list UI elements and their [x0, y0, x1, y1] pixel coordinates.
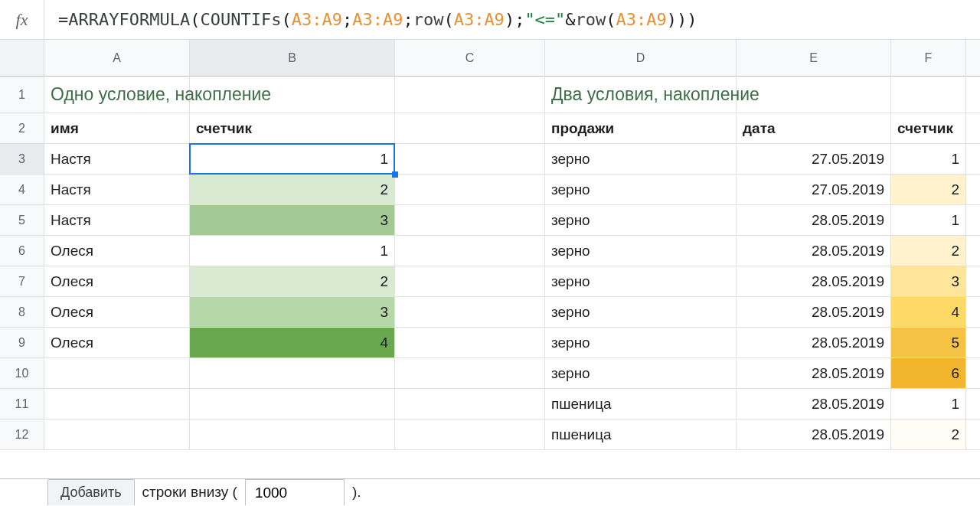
select-all-corner[interactable] — [0, 40, 44, 77]
counter-cell[interactable]: 3 — [190, 297, 395, 328]
sales-cell[interactable]: зерно — [545, 175, 737, 205]
date-cell[interactable]: 28.05.2019 — [737, 358, 891, 389]
date-cell[interactable]: 28.05.2019 — [737, 297, 891, 328]
cell[interactable] — [395, 328, 545, 358]
sales-cell[interactable]: зерно — [545, 236, 737, 266]
date-cell[interactable]: 28.05.2019 — [737, 389, 891, 419]
name-cell[interactable]: Настя — [44, 175, 190, 205]
date-cell[interactable]: 28.05.2019 — [737, 328, 891, 358]
cell[interactable] — [395, 77, 545, 113]
cell[interactable] — [966, 113, 980, 144]
header-sales[interactable]: продажи — [545, 113, 737, 144]
name-cell[interactable]: Олеся — [44, 297, 190, 328]
row-header-6[interactable]: 6 — [0, 236, 44, 266]
cell[interactable] — [966, 389, 980, 419]
cell[interactable] — [966, 236, 980, 266]
cell[interactable] — [966, 175, 980, 205]
counter-cell[interactable] — [190, 389, 395, 419]
counter2-cell[interactable]: 5 — [891, 328, 966, 358]
header-name[interactable]: имя — [44, 113, 190, 144]
counter-cell[interactable]: 3 — [190, 205, 395, 236]
row-header-11[interactable]: 11 — [0, 389, 44, 419]
name-cell[interactable]: Настя — [44, 205, 190, 236]
row-header-9[interactable]: 9 — [0, 328, 44, 358]
counter-cell[interactable] — [190, 419, 395, 450]
row-header-12[interactable]: 12 — [0, 419, 44, 450]
date-cell[interactable]: 28.05.2019 — [737, 266, 891, 297]
column-header-E[interactable]: E — [737, 40, 891, 77]
title-right[interactable]: Два условия, накопление — [545, 77, 737, 113]
column-header-C[interactable]: C — [395, 40, 545, 77]
row-header-1[interactable]: 1 — [0, 77, 44, 113]
sales-cell[interactable]: пшеница — [545, 389, 737, 419]
header-date[interactable]: дата — [737, 113, 891, 144]
counter2-cell[interactable]: 4 — [891, 297, 966, 328]
counter2-cell[interactable]: 2 — [891, 175, 966, 205]
cell[interactable] — [966, 205, 980, 236]
counter2-cell[interactable]: 6 — [891, 358, 966, 389]
counter-cell[interactable] — [190, 358, 395, 389]
cell[interactable] — [966, 419, 980, 450]
rows-count-input[interactable] — [245, 479, 345, 505]
counter2-cell[interactable]: 1 — [891, 205, 966, 236]
counter-cell[interactable]: 2 — [190, 175, 395, 205]
cell[interactable] — [737, 77, 891, 113]
row-header-3[interactable]: 3 — [0, 144, 44, 175]
column-header-F[interactable]: F — [891, 40, 966, 77]
column-header-extra[interactable] — [966, 40, 980, 77]
cell[interactable] — [395, 358, 545, 389]
cell[interactable] — [395, 175, 545, 205]
column-header-D[interactable]: D — [545, 40, 737, 77]
counter-cell[interactable]: 4 — [190, 328, 395, 358]
row-header-2[interactable]: 2 — [0, 113, 44, 144]
cell[interactable] — [966, 297, 980, 328]
header-counter2[interactable]: счетчик — [891, 113, 966, 144]
title-left[interactable]: Одно условие, накопление — [44, 77, 190, 113]
name-cell[interactable] — [44, 419, 190, 450]
cell[interactable] — [395, 419, 545, 450]
sales-cell[interactable]: зерно — [545, 205, 737, 236]
name-cell[interactable]: Олеся — [44, 236, 190, 266]
counter2-cell[interactable]: 3 — [891, 266, 966, 297]
counter-cell[interactable]: 2 — [190, 266, 395, 297]
cell[interactable] — [966, 77, 980, 113]
formula-input[interactable]: =ARRAYFORMULA(COUNTIFs(A3:A9;A3:A9;row(A… — [44, 10, 980, 29]
sales-cell[interactable]: зерно — [545, 144, 737, 175]
sales-cell[interactable]: пшеница — [545, 419, 737, 450]
cell[interactable] — [966, 266, 980, 297]
cell[interactable] — [891, 77, 966, 113]
counter-cell[interactable]: 1 — [190, 236, 395, 266]
sales-cell[interactable]: зерно — [545, 266, 737, 297]
date-cell[interactable]: 27.05.2019 — [737, 175, 891, 205]
counter2-cell[interactable]: 2 — [891, 236, 966, 266]
name-cell[interactable]: Настя — [44, 144, 190, 175]
cell[interactable] — [395, 389, 545, 419]
counter2-cell[interactable]: 1 — [891, 389, 966, 419]
row-header-7[interactable]: 7 — [0, 266, 44, 297]
name-cell[interactable]: Олеся — [44, 328, 190, 358]
cell[interactable] — [966, 144, 980, 175]
fill-handle[interactable] — [392, 171, 398, 178]
cell[interactable] — [395, 144, 545, 175]
date-cell[interactable]: 28.05.2019 — [737, 236, 891, 266]
cell[interactable] — [966, 328, 980, 358]
header-counter[interactable]: счетчик — [190, 113, 395, 144]
counter2-cell[interactable]: 1 — [891, 144, 966, 175]
row-header-8[interactable]: 8 — [0, 297, 44, 328]
cell[interactable] — [395, 236, 545, 266]
row-header-10[interactable]: 10 — [0, 358, 44, 389]
row-header-5[interactable]: 5 — [0, 205, 44, 236]
add-rows-button[interactable]: Добавить — [47, 479, 135, 505]
sales-cell[interactable]: зерно — [545, 358, 737, 389]
name-cell[interactable]: Олеся — [44, 266, 190, 297]
column-header-A[interactable]: A — [44, 40, 190, 77]
column-header-B[interactable]: B — [190, 40, 395, 77]
row-header-4[interactable]: 4 — [0, 175, 44, 205]
name-cell[interactable] — [44, 358, 190, 389]
cell[interactable] — [395, 113, 545, 144]
date-cell[interactable]: 27.05.2019 — [737, 144, 891, 175]
date-cell[interactable]: 28.05.2019 — [737, 205, 891, 236]
cell[interactable] — [395, 297, 545, 328]
cell[interactable] — [395, 205, 545, 236]
sales-cell[interactable]: зерно — [545, 328, 737, 358]
